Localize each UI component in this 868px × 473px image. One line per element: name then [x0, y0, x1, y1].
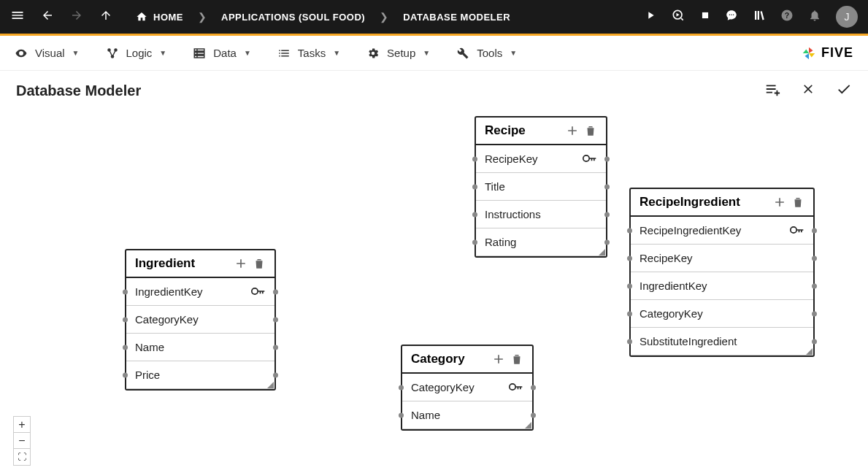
field-row[interactable]: CategoryKey — [402, 374, 532, 401]
entity-ingredient[interactable]: Ingredient IngredientKey CategoryKey Nam… — [125, 249, 276, 391]
entity-header[interactable]: Recipe — [476, 118, 606, 145]
up-arrow-icon[interactable] — [99, 9, 112, 25]
field-row[interactable]: RecipeKey — [476, 145, 606, 173]
port-right[interactable] — [273, 289, 278, 294]
port-right[interactable] — [812, 311, 817, 316]
port-right[interactable] — [604, 184, 610, 189]
field-row[interactable]: RecipeKey — [631, 245, 813, 272]
zoom-controls: + − ⛶ — [13, 416, 31, 466]
play-icon[interactable] — [645, 9, 656, 24]
port-right[interactable] — [604, 212, 610, 217]
port-right[interactable] — [531, 412, 536, 418]
port-right[interactable] — [812, 228, 817, 233]
port-right[interactable] — [273, 317, 278, 322]
port-left[interactable] — [627, 255, 632, 261]
avatar[interactable]: J — [836, 6, 858, 28]
field-row[interactable]: Name — [126, 334, 274, 361]
entity-header[interactable]: Ingredient — [126, 250, 274, 278]
field-row[interactable]: Rating — [476, 228, 606, 256]
delete-icon[interactable] — [510, 353, 523, 366]
svg-point-20 — [791, 227, 796, 233]
add-field-icon[interactable] — [772, 195, 787, 209]
entity-recipe[interactable]: Recipe RecipeKey Title Instructions Rati… — [475, 116, 607, 258]
svg-point-18 — [583, 155, 589, 161]
resize-handle[interactable] — [524, 421, 531, 428]
delete-icon[interactable] — [253, 257, 266, 270]
port-left[interactable] — [627, 283, 632, 288]
port-left[interactable] — [472, 212, 477, 217]
port-left[interactable] — [472, 156, 477, 161]
topbar-left: HOME ❯ APPLICATIONS (SOUL FOOD) ❯ DATABA… — [10, 8, 510, 26]
stop-icon[interactable] — [700, 10, 710, 23]
svg-rect-1 — [702, 12, 708, 18]
resize-handle[interactable] — [598, 248, 605, 255]
back-arrow-icon[interactable] — [41, 9, 54, 25]
delete-icon[interactable] — [791, 196, 804, 209]
key-icon — [251, 285, 266, 298]
tool-visual[interactable]: Visual▼ — [15, 47, 80, 60]
port-right[interactable] — [812, 255, 817, 261]
add-field-icon[interactable] — [234, 256, 248, 271]
field-row[interactable]: Title — [476, 173, 606, 201]
close-icon[interactable] — [801, 82, 815, 99]
page-title: Database Modeler — [16, 82, 141, 99]
port-right[interactable] — [531, 385, 536, 390]
port-left[interactable] — [627, 311, 632, 316]
svg-point-2 — [729, 15, 731, 16]
field-row[interactable]: RecipeIngredientKey — [631, 217, 813, 245]
tool-logic[interactable]: Logic▼ — [106, 47, 167, 60]
port-left[interactable] — [123, 289, 128, 294]
check-icon[interactable] — [836, 81, 852, 100]
zoom-out-button[interactable]: − — [14, 433, 30, 449]
port-left[interactable] — [627, 228, 632, 233]
resize-handle[interactable] — [266, 381, 274, 388]
breadcrumb-applications[interactable]: APPLICATIONS (SOUL FOOD) — [221, 12, 365, 23]
field-row[interactable]: CategoryKey — [126, 306, 274, 334]
field-row[interactable]: CategoryKey — [631, 300, 813, 328]
bell-icon[interactable] — [808, 9, 821, 25]
port-left[interactable] — [123, 372, 128, 377]
port-right[interactable] — [604, 239, 610, 245]
library-icon[interactable] — [753, 9, 766, 25]
add-field-icon[interactable] — [565, 123, 580, 138]
field-row[interactable]: IngredientKey — [126, 278, 274, 306]
entity-header[interactable]: RecipeIngredient — [631, 189, 813, 217]
model-canvas[interactable]: Ingredient IngredientKey CategoryKey Nam… — [0, 110, 868, 472]
add-list-icon[interactable] — [764, 81, 780, 100]
tool-setup[interactable]: Setup▼ — [366, 47, 430, 60]
entity-recipe-ingredient[interactable]: RecipeIngredient RecipeIngredientKey Rec… — [629, 188, 815, 357]
help-icon[interactable]: ? — [780, 9, 794, 25]
port-left[interactable] — [399, 385, 404, 390]
entity-category[interactable]: Category CategoryKey Name — [401, 345, 534, 431]
hamburger-icon[interactable] — [10, 8, 25, 26]
port-right[interactable] — [604, 156, 610, 161]
field-row[interactable]: Price — [126, 361, 274, 389]
port-left[interactable] — [399, 412, 404, 418]
breadcrumb-home[interactable]: HOME — [136, 11, 183, 23]
port-right[interactable] — [273, 372, 278, 377]
svg-point-4 — [733, 15, 734, 16]
search-play-icon[interactable] — [671, 8, 685, 26]
port-right[interactable] — [812, 339, 817, 344]
tool-tools[interactable]: Tools▼ — [456, 47, 517, 60]
field-row[interactable]: SubstituteIngredient — [631, 328, 813, 355]
entity-header[interactable]: Category — [402, 346, 532, 374]
port-right[interactable] — [812, 283, 817, 288]
tool-data[interactable]: Data▼ — [193, 47, 251, 60]
add-field-icon[interactable] — [491, 352, 506, 366]
port-left[interactable] — [472, 239, 477, 245]
port-right[interactable] — [273, 345, 278, 350]
chat-icon[interactable] — [725, 9, 738, 25]
port-left[interactable] — [472, 184, 477, 189]
port-left[interactable] — [627, 339, 632, 344]
resize-handle[interactable] — [805, 347, 813, 355]
delete-icon[interactable] — [584, 124, 597, 137]
field-row[interactable]: Instructions — [476, 201, 606, 228]
zoom-in-button[interactable]: + — [14, 417, 30, 433]
field-row[interactable]: IngredientKey — [631, 272, 813, 300]
port-left[interactable] — [123, 317, 128, 322]
port-left[interactable] — [123, 345, 128, 350]
field-row[interactable]: Name — [402, 401, 532, 429]
fullscreen-button[interactable]: ⛶ — [14, 449, 30, 465]
tool-tasks[interactable]: Tasks▼ — [277, 47, 340, 60]
